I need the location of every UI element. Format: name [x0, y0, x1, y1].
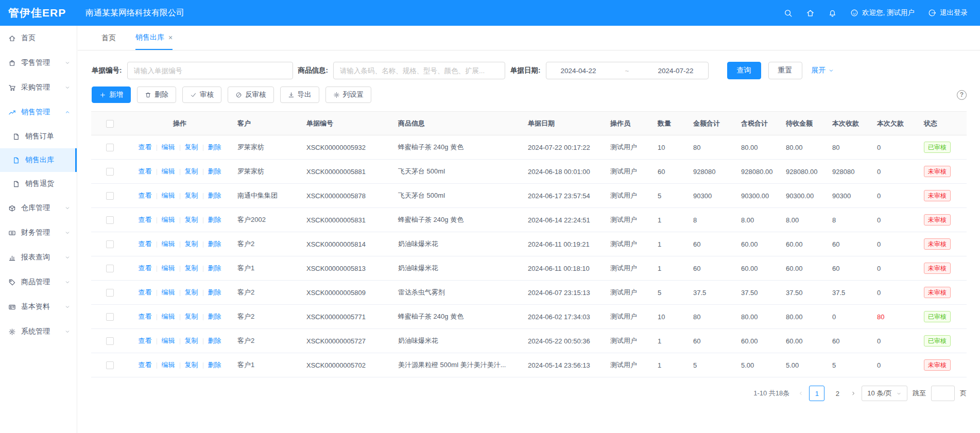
delete-link[interactable]: 删除: [208, 143, 221, 151]
table-row: 查看编辑复制删除 罗莱家纺 XSCK00000005881 飞天茅台 500ml…: [91, 160, 967, 184]
select-all-checkbox[interactable]: [106, 120, 114, 128]
row-checkbox[interactable]: [106, 144, 114, 151]
copy-link[interactable]: 复制: [185, 288, 198, 296]
copy-link[interactable]: 复制: [185, 264, 198, 272]
view-link[interactable]: 查看: [139, 361, 152, 369]
delete-link[interactable]: 删除: [208, 361, 221, 369]
delete-link[interactable]: 删除: [208, 167, 221, 175]
edit-link[interactable]: 编辑: [162, 264, 175, 272]
copy-link[interactable]: 复制: [185, 216, 198, 223]
sidebar-item-retail[interactable]: 零售管理: [0, 50, 77, 75]
copy-link[interactable]: 复制: [185, 192, 198, 199]
row-checkbox[interactable]: [106, 361, 114, 369]
delete-button[interactable]: 删除: [137, 86, 176, 103]
sidebar-item-sales-order[interactable]: 销售订单: [0, 125, 77, 148]
bill-no-input[interactable]: [127, 62, 293, 79]
row-checkbox[interactable]: [106, 265, 114, 272]
delete-link[interactable]: 删除: [208, 240, 221, 248]
welcome-user[interactable]: 欢迎您, 测试用户: [850, 8, 915, 18]
edit-link[interactable]: 编辑: [162, 167, 175, 175]
view-link[interactable]: 查看: [139, 288, 152, 296]
edit-link[interactable]: 编辑: [162, 337, 175, 344]
date-start[interactable]: 2024-04-22: [560, 67, 596, 75]
sidebar-item-sales-return[interactable]: 销售退货: [0, 172, 77, 196]
sidebar-item-purchase[interactable]: 采购管理: [0, 75, 77, 100]
product-info-input[interactable]: [333, 62, 505, 79]
cell-receivable: 90300.00: [780, 184, 826, 208]
search-button[interactable]: 查询: [727, 62, 761, 79]
sidebar-item-finance[interactable]: 财务管理: [0, 220, 77, 245]
tab-home[interactable]: 首页: [101, 26, 116, 50]
tab-sales-outbound[interactable]: 销售出库 ×: [135, 26, 173, 50]
copy-link[interactable]: 复制: [185, 313, 198, 320]
view-link[interactable]: 查看: [139, 143, 152, 151]
row-checkbox[interactable]: [106, 168, 114, 176]
row-checkbox[interactable]: [106, 216, 114, 224]
view-link[interactable]: 查看: [139, 264, 152, 272]
jump-page-input[interactable]: [931, 386, 955, 401]
delete-link[interactable]: 删除: [208, 216, 221, 223]
page-button-2[interactable]: 2: [830, 386, 845, 401]
search-icon[interactable]: [784, 9, 793, 18]
prev-page-button[interactable]: [798, 390, 804, 396]
edit-link[interactable]: 编辑: [162, 192, 175, 199]
view-link[interactable]: 查看: [139, 192, 152, 199]
logout-button[interactable]: 退出登录: [928, 8, 968, 18]
row-checkbox[interactable]: [106, 240, 114, 248]
view-link[interactable]: 查看: [139, 167, 152, 175]
sidebar-item-basicdata[interactable]: 基本资料: [0, 295, 77, 319]
sidebar-item-system[interactable]: 系统管理: [0, 319, 77, 344]
copy-link[interactable]: 复制: [185, 337, 198, 344]
edit-link[interactable]: 编辑: [162, 313, 175, 320]
delete-link[interactable]: 删除: [208, 192, 221, 199]
add-button[interactable]: 新增: [92, 86, 131, 103]
page-size-select[interactable]: 10 条/页: [862, 386, 907, 401]
cell-operator: 测试用户: [604, 232, 651, 256]
delete-link[interactable]: 删除: [208, 288, 221, 296]
edit-link[interactable]: 编辑: [162, 216, 175, 223]
bell-icon[interactable]: [828, 9, 837, 18]
edit-link[interactable]: 编辑: [162, 143, 175, 151]
page-button-1[interactable]: 1: [809, 386, 824, 401]
delete-link[interactable]: 删除: [208, 264, 221, 272]
export-button[interactable]: 导出: [280, 86, 319, 103]
view-link[interactable]: 查看: [139, 240, 152, 248]
delete-link[interactable]: 删除: [208, 337, 221, 344]
edit-link[interactable]: 编辑: [162, 240, 175, 248]
date-end[interactable]: 2024-07-22: [658, 67, 693, 75]
sidebar-item-sales[interactable]: 销售管理: [0, 100, 77, 125]
view-link[interactable]: 查看: [139, 216, 152, 223]
column-settings-button[interactable]: 列设置: [325, 86, 372, 103]
cell-received: 928080: [826, 160, 871, 184]
copy-link[interactable]: 复制: [185, 143, 198, 151]
copy-link[interactable]: 复制: [185, 240, 198, 248]
view-link[interactable]: 查看: [139, 313, 152, 320]
edit-link[interactable]: 编辑: [162, 288, 175, 296]
row-checkbox[interactable]: [106, 337, 114, 345]
row-checkbox[interactable]: [106, 313, 114, 321]
sidebar-item-report[interactable]: 报表查询: [0, 245, 77, 270]
view-link[interactable]: 查看: [139, 337, 152, 344]
audit-button[interactable]: 审核: [182, 86, 221, 103]
product-info-filter: 商品信息:: [298, 62, 506, 79]
copy-link[interactable]: 复制: [185, 361, 198, 369]
home-icon[interactable]: [806, 9, 815, 18]
close-icon[interactable]: ×: [168, 33, 173, 42]
row-checkbox[interactable]: [106, 289, 114, 297]
unaudit-button[interactable]: 反审核: [228, 86, 274, 103]
sidebar-item-product[interactable]: 商品管理: [0, 270, 77, 295]
expand-link[interactable]: 展开: [812, 66, 834, 75]
cell-customer: 客户2: [231, 329, 300, 353]
help-icon[interactable]: ?: [957, 90, 967, 100]
sidebar-item-sales-outbound[interactable]: 销售出库: [0, 148, 77, 172]
copy-link[interactable]: 复制: [185, 167, 198, 175]
delete-link[interactable]: 删除: [208, 313, 221, 320]
edit-link[interactable]: 编辑: [162, 361, 175, 369]
date-range-picker[interactable]: 2024-04-22 ~ 2024-07-22: [546, 62, 709, 79]
sidebar-item-home[interactable]: 首页: [0, 26, 77, 50]
cell-bill-no: XSCK00000005813: [300, 256, 392, 281]
row-checkbox[interactable]: [106, 192, 114, 200]
sidebar-item-warehouse[interactable]: 仓库管理: [0, 196, 77, 220]
next-page-button[interactable]: [850, 390, 856, 396]
reset-button[interactable]: 重置: [768, 62, 802, 79]
